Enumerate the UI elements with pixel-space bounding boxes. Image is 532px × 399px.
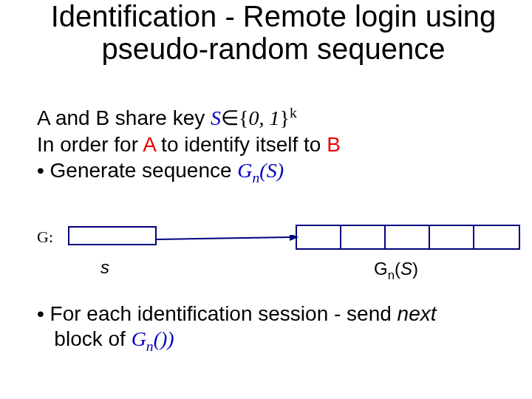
bullet-generate: • Generate sequence Gn(S): [37, 159, 284, 186]
text-next: next: [398, 302, 437, 325]
var-g: G: [132, 327, 146, 350]
output-segment: [297, 226, 341, 248]
output-segment: [474, 226, 519, 248]
text-frag: 0, 1: [249, 106, 280, 129]
paren-open: (: [154, 327, 160, 350]
paren-open: (: [259, 159, 266, 182]
output-segment: [430, 226, 474, 248]
bullet-send-block: • For each identification session - send…: [37, 301, 495, 355]
slide-title: Identification - Remote login using pseu…: [44, 0, 502, 65]
svg-line-0: [157, 237, 290, 239]
diagram-input-box: [68, 226, 157, 245]
text-key-share: A and B share key S∈{0, 1}k: [37, 105, 297, 130]
party-b: B: [327, 133, 341, 156]
paren-open: (: [395, 259, 400, 279]
text-frag: • For each identification session - send: [37, 302, 398, 325]
text-frag: A and B share key: [37, 106, 211, 129]
text-frag: In order for: [37, 133, 143, 156]
text-frag: ∈{: [221, 106, 248, 129]
subscript-n: n: [388, 268, 395, 282]
text-frag: block of: [49, 327, 132, 350]
output-segment: [341, 226, 386, 248]
diagram-gn-label: Gn(S): [374, 259, 418, 283]
paren-close: ): [412, 259, 418, 279]
diagram-s-label: s: [100, 257, 109, 278]
diagram-label-g: G:: [37, 228, 53, 247]
subscript-n: n: [146, 338, 154, 353]
var-s: S: [211, 106, 221, 129]
output-segment: [386, 226, 430, 248]
var-g: G: [237, 159, 252, 182]
diagram-output-box: [296, 225, 520, 250]
text-identify: In order for A to identify itself to B: [37, 133, 341, 157]
text-frag: • Generate sequence: [37, 159, 237, 182]
party-a: A: [143, 133, 155, 156]
var-s: S: [267, 159, 277, 182]
slide: { "title": "Identification - Remote logi…: [0, 0, 532, 399]
text-frag: }: [280, 106, 290, 129]
arrow-icon: [157, 235, 299, 244]
var-s: ): [160, 327, 167, 350]
subscript-n: n: [253, 170, 260, 185]
paren-close: ): [277, 159, 284, 182]
var-g: G: [374, 259, 388, 279]
exponent-k: k: [290, 105, 297, 120]
paren-close: ): [167, 327, 174, 350]
var-s: S: [400, 259, 412, 279]
text-frag: to identify itself to: [155, 133, 327, 156]
